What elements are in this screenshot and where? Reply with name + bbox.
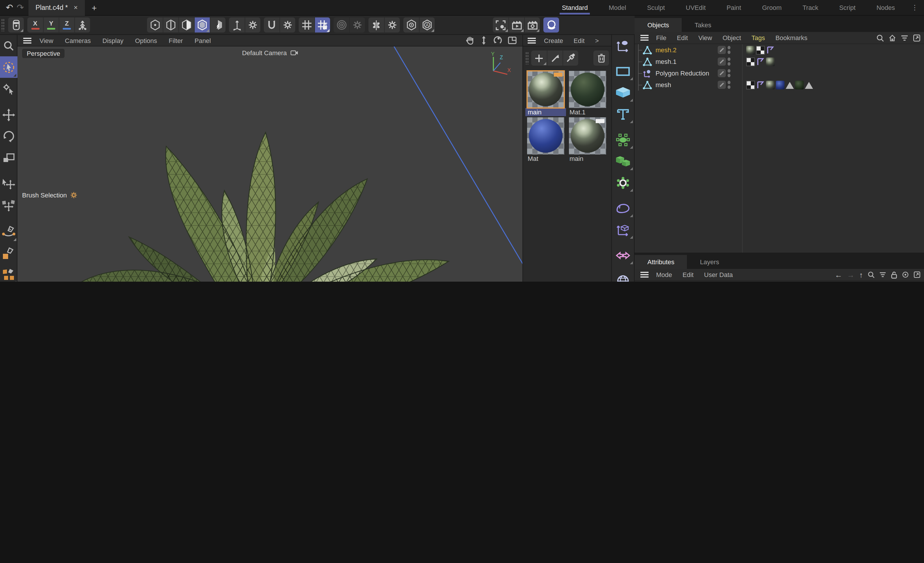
falloff-icon[interactable]: [334, 17, 349, 33]
object-menu-object[interactable]: Object: [717, 34, 747, 41]
object-row-mesh[interactable]: mesh: [634, 79, 924, 91]
null-object-icon[interactable]: [612, 35, 634, 56]
plane-object-icon[interactable]: [612, 60, 634, 82]
assign-material-icon[interactable]: [547, 51, 562, 66]
texture-tag-icon[interactable]: [795, 81, 804, 89]
history-back-icon[interactable]: ←: [835, 270, 842, 279]
render-picture-viewer-icon[interactable]: [508, 17, 524, 33]
viewport-layout-icon[interactable]: [508, 37, 517, 44]
sky-object-icon[interactable]: ST: [612, 270, 634, 282]
viewport-menu-filter[interactable]: Filter: [163, 37, 189, 44]
object-row-mesh1[interactable]: mesh.1: [634, 56, 924, 67]
texture-tag-icon[interactable]: [766, 57, 775, 66]
axis-y-button[interactable]: Y: [43, 17, 59, 33]
add-material-button[interactable]: [531, 51, 547, 66]
brush-selection-active-tool[interactable]: [0, 56, 17, 78]
viewport-search-icon[interactable]: [0, 35, 17, 56]
instance-object-icon[interactable]: [612, 244, 634, 266]
uvw-tag-icon[interactable]: [746, 57, 755, 66]
viewport-menu-panel[interactable]: Panel: [189, 37, 216, 44]
cloner-object-icon[interactable]: [612, 129, 634, 150]
delete-material-icon[interactable]: [593, 51, 609, 66]
symmetry-icon[interactable]: [369, 17, 384, 33]
workplane-icon[interactable]: [229, 17, 244, 33]
workspace-tab-sculpt[interactable]: Sculpt: [637, 0, 675, 15]
attribute-menu-userdata[interactable]: User Data: [699, 271, 738, 278]
quantize-grid-icon[interactable]: [299, 17, 314, 33]
workspace-tab-standard[interactable]: Standard: [552, 0, 598, 15]
material-thumbnail-mat[interactable]: [527, 117, 564, 154]
object-menu-view[interactable]: View: [693, 34, 717, 41]
attr-search-icon[interactable]: [868, 271, 874, 278]
edges-mode-icon[interactable]: [163, 17, 178, 33]
material-thumbnail-main[interactable]: [527, 71, 564, 108]
object-menu-edit[interactable]: Edit: [672, 34, 693, 41]
falloff-settings-gear-icon[interactable]: [349, 17, 365, 33]
edit-toggle-icon[interactable]: [718, 46, 726, 54]
visibility-dots[interactable]: [728, 57, 730, 66]
visibility-dots[interactable]: [728, 46, 730, 54]
points-mode-icon[interactable]: [147, 17, 163, 33]
object-name[interactable]: mesh.2: [656, 46, 676, 54]
tab-attributes[interactable]: Attributes: [634, 255, 687, 269]
parent-up-icon[interactable]: ↑: [859, 270, 863, 279]
object-filter-icon[interactable]: [901, 34, 908, 41]
material-menu-create[interactable]: Create: [539, 37, 568, 44]
attribute-menu-mode[interactable]: Mode: [651, 271, 677, 278]
rectangle-spline-tool-icon[interactable]: [0, 242, 17, 264]
object-name[interactable]: mesh: [656, 81, 671, 88]
history-forward-icon[interactable]: →: [847, 270, 855, 279]
material-thumbnail-mat1[interactable]: [569, 71, 606, 108]
cube-object-icon[interactable]: [612, 82, 634, 103]
render-settings-icon[interactable]: [524, 17, 540, 33]
workspace-tab-model[interactable]: Model: [598, 0, 637, 15]
visibility-dots[interactable]: [728, 69, 730, 77]
texture-tag-icon[interactable]: [766, 81, 775, 89]
material-menu-edit[interactable]: Edit: [569, 37, 589, 44]
material-item[interactable]: main: [525, 71, 566, 116]
document-tab[interactable]: Plant.c4d * ×: [28, 0, 84, 15]
visibility-dots[interactable]: [728, 81, 730, 89]
texture-tag-icon[interactable]: [746, 46, 755, 54]
object-external-icon[interactable]: [913, 34, 921, 42]
model-mode-icon[interactable]: [194, 17, 210, 33]
volume-builder-icon[interactable]: [612, 150, 634, 172]
axis-x-button[interactable]: X: [27, 17, 43, 33]
workspace-tab-groom[interactable]: Groom: [752, 0, 792, 15]
generator-gear-icon[interactable]: [612, 172, 634, 193]
redo-icon[interactable]: ↷: [16, 2, 24, 13]
orbit-icon[interactable]: [494, 36, 502, 45]
selection-tag-icon[interactable]: [805, 82, 813, 89]
object-toggles[interactable]: [718, 81, 730, 89]
axis-mode-icon[interactable]: [74, 17, 90, 33]
material-name[interactable]: Mat.1: [567, 108, 608, 116]
material-name[interactable]: main: [525, 108, 566, 116]
viewport-menu-display[interactable]: Display: [97, 37, 129, 44]
new-tab-button[interactable]: +: [85, 3, 104, 12]
material-menu-icon[interactable]: [528, 37, 536, 43]
object-name[interactable]: Polygon Reduction: [656, 70, 709, 77]
workplane-settings-gear-icon[interactable]: [244, 17, 260, 33]
tab-objects[interactable]: Objects: [634, 18, 682, 32]
object-menu-icon[interactable]: [640, 35, 648, 40]
snap-magnet-icon[interactable]: [264, 17, 279, 33]
object-menu-bookmarks[interactable]: Bookmarks: [770, 34, 813, 41]
dolly-icon[interactable]: [480, 36, 488, 45]
uvw-tag-icon[interactable]: [756, 46, 765, 54]
object-row-polygon-reduction[interactable]: Polygon Reduction: [634, 67, 924, 79]
tab-layers[interactable]: Layers: [687, 255, 732, 269]
object-tags[interactable]: [746, 57, 775, 66]
object-search-icon[interactable]: [876, 34, 884, 42]
workspace-tab-track[interactable]: Track: [792, 0, 829, 15]
edit-toggle-icon[interactable]: [718, 57, 726, 66]
phong-tag-icon[interactable]: [766, 46, 775, 54]
material-item[interactable]: Mat: [525, 117, 566, 163]
workspace-tab-nodes[interactable]: Nodes: [866, 0, 905, 15]
object-name[interactable]: mesh.1: [656, 58, 676, 65]
scale-tool-icon[interactable]: [0, 147, 17, 168]
texture-tag-icon[interactable]: [776, 81, 784, 89]
material-thumbnail-main2[interactable]: [569, 117, 606, 154]
material-name[interactable]: main: [567, 154, 608, 163]
phong-tag-icon[interactable]: [756, 81, 765, 89]
uvw-tag-icon[interactable]: [746, 81, 755, 89]
